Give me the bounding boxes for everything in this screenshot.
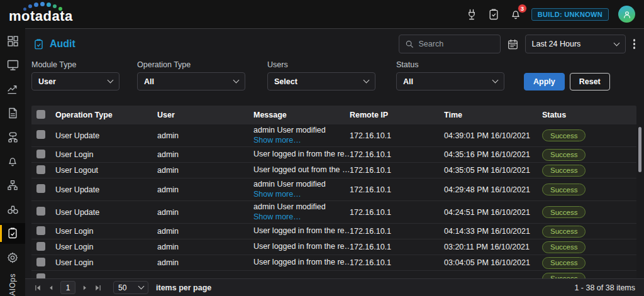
cell-status: Success: [542, 165, 636, 177]
users-select[interactable]: Select: [267, 72, 375, 90]
cell-message: User logged in from the re…: [253, 150, 350, 160]
last-page-button[interactable]: [94, 284, 102, 292]
cell-status: Success: [542, 206, 636, 218]
row-checkbox[interactable]: [36, 165, 45, 174]
logo-dot: [28, 4, 32, 8]
page-size-select[interactable]: 50: [113, 281, 148, 294]
clipboard-check-icon[interactable]: [487, 8, 500, 21]
sidebar-item-audit[interactable]: [0, 223, 25, 244]
column-header-status[interactable]: Status: [542, 111, 636, 119]
status-badge: Success: [542, 241, 586, 253]
cell-time: 04:35:05 PM 16/10/2021: [444, 166, 542, 175]
column-header-operation-type[interactable]: Operation Type: [55, 111, 157, 119]
row-checkbox[interactable]: [36, 150, 45, 158]
logo-dot: [58, 7, 62, 11]
page-header: Audit Last 24 Hours: [25, 29, 644, 59]
bell-icon: [6, 155, 19, 168]
column-header-message[interactable]: Message: [253, 111, 350, 119]
hierarchy-icon: [6, 179, 19, 192]
row-checkbox[interactable]: [36, 242, 45, 251]
column-header-user[interactable]: User: [157, 111, 253, 119]
sidebar-item-dashboard[interactable]: [0, 31, 25, 52]
sidebar-item-performance[interactable]: [0, 79, 25, 99]
search-input[interactable]: [419, 40, 488, 48]
sidebar-item-hierarchy[interactable]: [0, 175, 25, 195]
cell-status: Success: [542, 241, 636, 253]
table-row: User LoginadminUser logged in from the r…: [31, 239, 636, 255]
search-box[interactable]: [399, 35, 501, 53]
cell-operation-type: User Login: [55, 243, 157, 251]
cell-remote-ip: 172.16.10.1: [350, 185, 444, 194]
document-icon: [6, 107, 19, 119]
cell-message: User logged out from the …: [253, 165, 350, 175]
monitor-icon: [6, 58, 19, 72]
bell-icon[interactable]: 3: [509, 8, 522, 21]
cell-status: Success: [542, 184, 636, 195]
show-more-link[interactable]: Show more…: [253, 136, 350, 146]
table-row: User LoginadminUser logged in from the r…: [31, 255, 636, 271]
filter-bar: Module Type User Operation Type All User…: [25, 59, 644, 90]
operation-type-label: Operation Type: [137, 60, 245, 69]
first-page-button[interactable]: [34, 284, 42, 292]
table-row: User LoginadminUser logged in from the r…: [31, 224, 636, 239]
column-header-time[interactable]: Time: [444, 111, 542, 119]
current-page[interactable]: 1: [60, 281, 75, 294]
logo-dot: [23, 8, 26, 11]
status-select[interactable]: All: [396, 72, 504, 90]
cell-remote-ip: 172.16.10.1: [350, 150, 444, 159]
module-type-select[interactable]: User: [31, 72, 119, 90]
select-all-checkbox[interactable]: [36, 110, 45, 119]
cell-operation-type: User Update: [55, 131, 157, 140]
cell-user: admin: [157, 166, 253, 175]
sidebar-item-settings[interactable]: [0, 247, 25, 268]
operation-type-select[interactable]: All: [137, 72, 245, 90]
cell-message: User logged in from the re…: [253, 226, 350, 236]
chevron-down-icon: [364, 77, 370, 84]
show-more-link[interactable]: Show more…: [253, 212, 350, 222]
cell-time: 03:20:11 PM 16/10/2021: [444, 243, 542, 251]
dashboard-icon: [6, 35, 19, 48]
sidebar: AIOps: [0, 28, 25, 296]
status-badge: Success: [542, 165, 586, 177]
cell-operation-type: User Logout: [55, 166, 157, 175]
main-content: Audit Last 24 Hours: [25, 28, 644, 296]
show-more-link[interactable]: Show more…: [253, 190, 350, 200]
cell-operation-type: User Update: [55, 185, 157, 194]
kebab-menu-icon[interactable]: [632, 38, 637, 50]
row-checkbox[interactable]: [36, 207, 45, 216]
user-avatar[interactable]: [618, 6, 635, 23]
previous-page-button[interactable]: [48, 285, 54, 291]
column-header-remote-ip[interactable]: Remote IP: [350, 111, 444, 119]
sidebar-item-alerts[interactable]: [0, 151, 25, 172]
sidebar-item-discovery[interactable]: [0, 199, 25, 220]
audit-clipboard-icon: [6, 227, 19, 239]
row-checkbox[interactable]: [36, 258, 45, 266]
vertical-scrollbar[interactable]: [638, 127, 641, 172]
apply-button[interactable]: Apply: [524, 73, 565, 90]
topology-icon: [6, 131, 19, 144]
cell-remote-ip: 172.16.10.1: [350, 227, 444, 236]
status-badge: Success: [542, 129, 586, 141]
time-range-select[interactable]: Last 24 Hours: [525, 35, 626, 53]
table-row: User Updateadminadmin User modifiedShow …: [31, 124, 636, 147]
cell-status: Success: [542, 129, 636, 141]
row-checkbox[interactable]: [36, 226, 45, 235]
sidebar-item-reports[interactable]: [0, 103, 25, 124]
sidebar-item-monitor[interactable]: [0, 55, 25, 75]
status-badge: Success: [542, 206, 586, 218]
gear-icon: [6, 251, 19, 264]
plug-icon[interactable]: [465, 8, 478, 21]
items-per-page-label: items per page: [156, 283, 211, 292]
sidebar-item-topology[interactable]: [0, 127, 25, 148]
cell-operation-type: User Login: [55, 258, 157, 267]
time-range-value: Last 24 Hours: [532, 40, 581, 48]
search-icon: [405, 40, 414, 48]
row-checkbox[interactable]: [36, 130, 45, 139]
performance-trend-icon: [6, 83, 19, 96]
calendar-icon[interactable]: [507, 38, 519, 50]
next-page-button[interactable]: [82, 285, 88, 291]
reset-button[interactable]: Reset: [570, 73, 610, 90]
users-label: Users: [267, 60, 375, 69]
cell-message: admin User modified: [253, 180, 350, 190]
row-checkbox[interactable]: [36, 184, 45, 193]
